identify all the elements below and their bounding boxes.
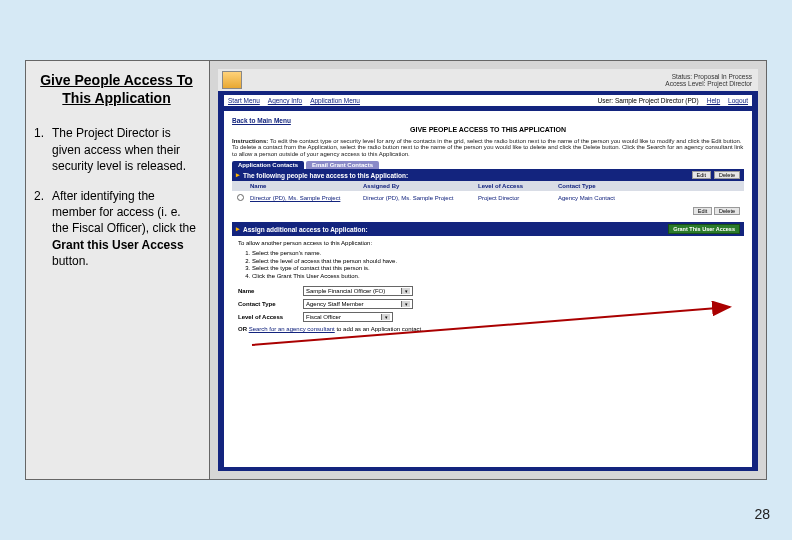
edit-button-bottom[interactable]: Edit xyxy=(693,207,712,215)
contact-type-select[interactable]: Agency Staff Member ▾ xyxy=(303,299,413,309)
agency-info-link[interactable]: Agency Info xyxy=(268,97,302,104)
search-consultant-link[interactable]: Search for an agency consultant xyxy=(249,326,335,332)
chevron-down-icon: ▾ xyxy=(381,314,390,320)
app-toolbar: Status: Proposal In Process Access Level… xyxy=(218,69,758,91)
chevron-down-icon: ▾ xyxy=(401,301,410,307)
chevron-down-icon: ▾ xyxy=(401,288,410,294)
level-select[interactable]: Fiscal Officer ▾ xyxy=(303,312,393,322)
list-item: Select the level of access that the pers… xyxy=(252,258,738,266)
back-link[interactable]: Back to Main Menu xyxy=(232,117,291,124)
contact-type-label: Contact Type xyxy=(238,301,303,307)
page-heading: GIVE PEOPLE ACCESS TO THIS APPLICATION xyxy=(232,126,744,134)
assign-header-text: Assign additional access to Application: xyxy=(243,226,368,233)
delete-button[interactable]: Delete xyxy=(714,171,740,179)
list-number: 1. xyxy=(34,125,52,174)
instruction-list: 1. The Project Director is given access … xyxy=(34,125,199,269)
assign-section-header: ▸ Assign additional access to Applicatio… xyxy=(232,222,744,236)
steps-list: Select the person's name. Select the lev… xyxy=(252,250,738,280)
help-link[interactable]: Help xyxy=(707,97,720,104)
cell-type: Agency Main Contact xyxy=(558,195,744,201)
cell-assigned: Director (PD), Ms. Sample Project xyxy=(363,195,478,201)
name-select[interactable]: Sample Financial Officer (FO) ▾ xyxy=(303,286,413,296)
assign-intro: To allow another person access to this A… xyxy=(238,240,738,246)
start-menu-link[interactable]: Start Menu xyxy=(228,97,260,104)
contacts-grid-header: Name Assigned By Level of Access Contact… xyxy=(232,181,744,191)
list-item: Select the type of contact that this per… xyxy=(252,265,738,273)
contact-type-value: Agency Staff Member xyxy=(306,301,364,307)
tab-email-grant-contacts[interactable]: Email Grant Contacts xyxy=(306,161,379,169)
list-number: 2. xyxy=(34,188,52,269)
or-tail: to add as an Application contact. xyxy=(336,326,422,332)
assign-body: To allow another person access to this A… xyxy=(232,236,744,336)
row-radio[interactable] xyxy=(237,194,244,201)
or-label: OR xyxy=(238,326,249,332)
list-item: Click the Grant This User Access button. xyxy=(252,273,738,281)
contacts-section-header: ▸ The following people have access to th… xyxy=(232,169,744,181)
instructions-text: Instructions: To edit the contact type o… xyxy=(232,138,744,158)
name-label: Name xyxy=(238,288,303,294)
list-text: After identifying the member for access … xyxy=(52,188,199,269)
user-label: User: Sample Project Director (PD) xyxy=(598,97,699,104)
cell-name[interactable]: Director (PD), Ms. Sample Project xyxy=(248,195,363,201)
slide-title: Give People Access To This Application xyxy=(34,71,199,107)
app-screenshot: Status: Proposal In Process Access Level… xyxy=(210,60,767,480)
table-row: Director (PD), Ms. Sample Project Direct… xyxy=(232,191,744,205)
status-block: Status: Proposal In Process Access Level… xyxy=(665,73,752,87)
delete-button-bottom[interactable]: Delete xyxy=(714,207,740,215)
tab-application-contacts[interactable]: Application Contacts xyxy=(232,161,304,169)
instruction-panel: Give People Access To This Application 1… xyxy=(25,60,210,480)
list-item: Select the person's name. xyxy=(252,250,738,258)
list-text: The Project Director is given access whe… xyxy=(52,125,199,174)
chevron-right-icon: ▸ xyxy=(236,225,240,233)
cell-level: Project Director xyxy=(478,195,558,201)
access-level-line: Access Level: Project Director xyxy=(665,80,752,87)
instructions-body: To edit the contact type or security lev… xyxy=(232,138,743,157)
logout-link[interactable]: Logout xyxy=(728,97,748,104)
app-logo-icon xyxy=(222,71,242,89)
contacts-header-text: The following people have access to this… xyxy=(243,172,408,179)
level-label: Level of Access xyxy=(238,314,303,320)
col-name: Name xyxy=(248,183,363,189)
col-assigned: Assigned By xyxy=(363,183,478,189)
col-level: Level of Access xyxy=(478,183,558,189)
page-number: 28 xyxy=(754,506,770,522)
col-type: Contact Type xyxy=(558,183,744,189)
menu-bar: Start Menu Agency Info Application Menu … xyxy=(224,95,752,106)
name-select-value: Sample Financial Officer (FO) xyxy=(306,288,385,294)
chevron-right-icon: ▸ xyxy=(236,171,240,179)
application-menu-link[interactable]: Application Menu xyxy=(310,97,360,104)
instructions-label: Instructions: xyxy=(232,138,268,144)
edit-button[interactable]: Edit xyxy=(692,171,711,179)
level-value: Fiscal Officer xyxy=(306,314,341,320)
page-content: Back to Main Menu GIVE PEOPLE ACCESS TO … xyxy=(224,111,752,467)
status-line: Status: Proposal In Process xyxy=(665,73,752,80)
grant-user-access-button[interactable]: Grant This User Access xyxy=(668,224,740,234)
